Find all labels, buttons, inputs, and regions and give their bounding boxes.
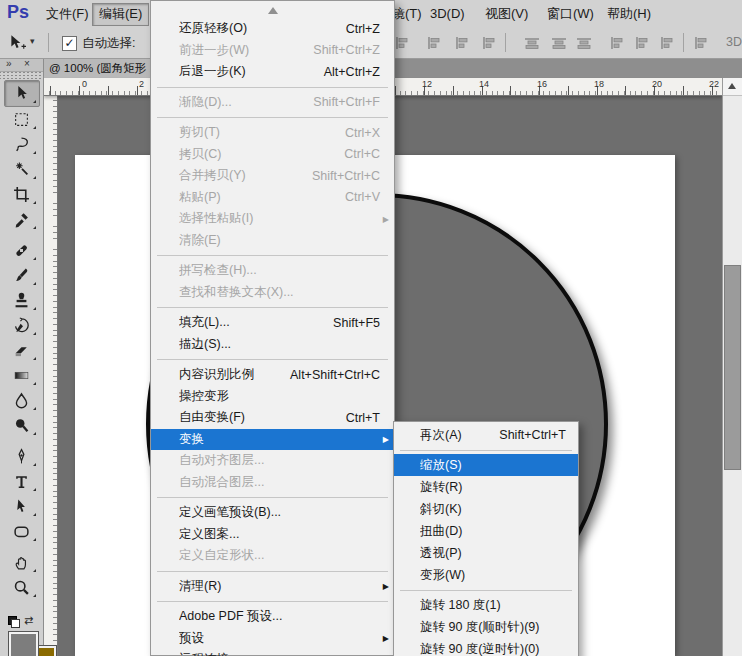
tool-hand[interactable] [5,550,39,575]
menubar-item-edit[interactable]: 编辑(E) [92,3,149,26]
edit-menu-item-auto-blend-layers[interactable]: 自动混合图层... [151,472,394,494]
edit-menu-item-check-spelling[interactable]: 拼写检查(H)... [151,260,394,282]
tool-history-brush[interactable] [5,313,39,338]
quick-selection-icon [13,161,30,178]
tool-brush[interactable] [5,263,39,288]
document-tab[interactable]: @ 100% (圆角矩形 1 [44,58,162,78]
tool-path-selection[interactable] [5,494,39,519]
distribute-left-edges-icon[interactable] [608,35,626,51]
auto-select-checkbox[interactable]: ✓ [62,36,77,51]
edit-menu-item-undo-move[interactable]: 还原轻移(O)Ctrl+Z [151,18,394,40]
edit-menu-item-define-pattern[interactable]: 定义图案... [151,524,394,546]
tool-spot-healing-brush[interactable] [5,238,39,263]
distribute-right-edges-icon[interactable] [658,35,676,51]
transform-submenu-item-warp[interactable]: 变形(W) [394,564,578,586]
ruler-label: 14 [479,79,489,89]
tool-rounded-rectangle-shape[interactable] [5,519,39,544]
close-panel-icon[interactable]: × [24,58,30,70]
tool-pen[interactable] [5,444,39,469]
vertical-scrollbar[interactable] [722,78,742,656]
scroll-up-arrow-icon[interactable] [723,78,742,96]
tool-rectangular-marquee[interactable] [5,107,39,132]
tool-zoom[interactable] [5,575,39,600]
edit-menu-item-presets[interactable]: 预设▶ [151,628,394,650]
swap-colors-icon[interactable]: ⇄ [24,614,33,627]
edit-menu-item-define-brush-preset[interactable]: 定义画笔预设(B)... [151,502,394,524]
tool-eraser[interactable] [5,338,39,363]
edit-menu-item-stroke[interactable]: 描边(S)... [151,334,394,356]
tool-crop[interactable] [5,182,39,207]
foreground-color-swatch[interactable] [9,632,38,656]
edit-menu-item-clear[interactable]: 清除(E) [151,230,394,252]
tool-gradient[interactable] [5,363,39,388]
tool-eyedropper[interactable] [5,207,39,232]
edit-menu-item-copy-merged[interactable]: 合并拷贝(Y)Shift+Ctrl+C [151,165,394,187]
edit-menu-item-step-forward[interactable]: 前进一步(W)Shift+Ctrl+Z [151,40,394,62]
transform-submenu-item-again[interactable]: 再次(A)Shift+Ctrl+T [394,424,578,446]
edit-menu-item-define-custom-shape[interactable]: 定义自定形状... [151,545,394,567]
default-colors-icon[interactable] [8,616,20,628]
menubar-item-window[interactable]: 窗口(W) [541,3,600,24]
tool-lasso[interactable] [5,132,39,157]
align-bottom-edges-icon[interactable] [393,35,411,51]
align-right-edges-icon[interactable] [480,35,498,51]
panel-grip[interactable] [0,72,43,80]
tool-type[interactable] [5,469,39,494]
transform-submenu-item-rotate-90-ccw[interactable]: 旋转 90 度(逆时针)(0) [394,638,578,656]
menu-scroll-up-icon[interactable] [268,7,278,14]
align-top-edges-icon[interactable] [523,35,541,51]
edit-menu-item-step-backward[interactable]: 后退一步(K)Alt+Ctrl+Z [151,61,394,83]
distribute-horizontal-centers-icon[interactable] [633,35,651,51]
edit-menu-item-puppet-warp[interactable]: 操控变形 [151,386,394,408]
edit-menu-item-cut[interactable]: 剪切(T)Ctrl+X [151,122,394,144]
edit-menu-item-fill[interactable]: 填充(L)...Shift+F5 [151,312,394,334]
transform-submenu-item-rotate[interactable]: 旋转(R) [394,476,578,498]
tool-quick-selection[interactable] [5,157,39,182]
edit-menu-item-content-aware-scale[interactable]: 内容识别比例Alt+Shift+Ctrl+C [151,364,394,386]
align-bottom-edges-icon[interactable] [575,35,593,51]
edit-menu-item-fade[interactable]: 渐隐(D)...Shift+Ctrl+F [151,92,394,114]
transform-submenu-item-skew[interactable]: 斜切(K) [394,498,578,520]
edit-menu-item-label: 前进一步(W) [179,42,303,59]
edit-menu-item-label: 变换 [179,431,380,448]
menubar-item-view[interactable]: 视图(V) [479,3,534,24]
tool-clone-stamp[interactable] [5,288,39,313]
edit-menu-item-shortcut: Ctrl+C [344,147,380,161]
edit-menu-item-transform[interactable]: 变换▶ [151,429,394,451]
tool-preset-caret-icon[interactable]: ▾ [30,36,35,46]
align-horizontal-centers-icon[interactable] [453,35,471,51]
edit-menu-item-auto-align-layers[interactable]: 自动对齐图层... [151,450,394,472]
tool-blur[interactable] [5,388,39,413]
transform-submenu-item-perspective[interactable]: 透视(P) [394,542,578,564]
edit-menu-item-remote-connections[interactable]: 远程连接... [151,649,394,656]
align-left-edges-icon[interactable] [425,35,443,51]
edit-menu-separator [151,251,394,260]
tool-move[interactable] [4,80,40,107]
spot-healing-brush-icon [13,242,30,259]
move-tool-preset-icon[interactable] [8,34,26,56]
collapse-panel-icon[interactable]: » [6,58,12,70]
edit-menu-item-shortcut: Ctrl+X [345,126,380,140]
transform-submenu-item-rotate-90-cw[interactable]: 旋转 90 度(顺时针)(9) [394,616,578,638]
edit-menu-item-copy[interactable]: 拷贝(C)Ctrl+C [151,144,394,166]
submenu-arrow-icon: ▶ [383,435,389,444]
menubar-item-help[interactable]: 帮助(H) [601,3,657,24]
edit-menu-item-shortcut: Shift+F5 [333,316,380,330]
edit-menu-item-find-and-replace-text[interactable]: 查找和替换文本(X)... [151,282,394,304]
transform-submenu-item-rotate-180[interactable]: 旋转 180 度(1) [394,594,578,616]
edit-menu-item-purge[interactable]: 清理(R)▶ [151,576,394,598]
scrollbar-thumb[interactable] [724,265,741,470]
tool-dodge[interactable] [5,413,39,438]
align-vertical-centers-icon[interactable] [550,35,568,51]
distribute-vertical-centers-icon[interactable] [692,35,710,51]
edit-menu-item-label: 清除(E) [179,232,380,249]
edit-menu-item-shortcut: Alt+Ctrl+Z [324,65,380,79]
edit-menu-item-paste-special[interactable]: 选择性粘贴(I)▶ [151,208,394,230]
edit-menu-item-paste[interactable]: 粘贴(P)Ctrl+V [151,187,394,209]
transform-submenu-item-scale[interactable]: 缩放(S) [394,454,578,476]
edit-menu-item-adobe-pdf-presets[interactable]: Adobe PDF 预设... [151,606,394,628]
transform-submenu-item-distort[interactable]: 扭曲(D) [394,520,578,542]
menubar-item-3d[interactable]: 3D(D) [424,3,471,24]
menubar-item-file[interactable]: 文件(F) [40,3,95,24]
edit-menu-item-free-transform[interactable]: 自由变换(F)Ctrl+T [151,407,394,429]
